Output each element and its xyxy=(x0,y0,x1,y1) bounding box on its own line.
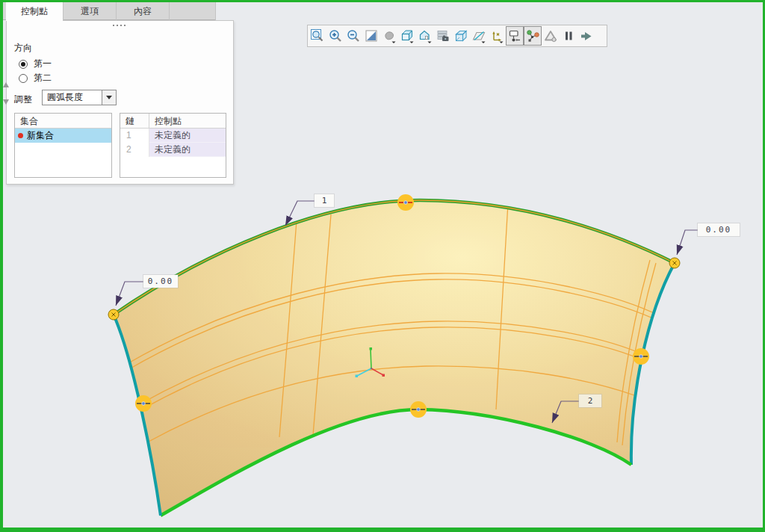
radio-second-direction-label: 第二 xyxy=(34,72,52,84)
refit-button[interactable] xyxy=(309,26,326,46)
display-style-icon xyxy=(400,28,415,44)
display-style-button[interactable] xyxy=(398,26,416,46)
app-window: 1 0.00 0.00 2 控制點 選項 內容 方向 第一 第二 調整 圓弧長度… xyxy=(0,0,765,532)
adjust-combobox[interactable]: 圓弧長度 xyxy=(42,90,117,105)
analysis-button[interactable] xyxy=(542,26,560,46)
analysis-icon xyxy=(543,28,558,43)
wireframe-display-icon xyxy=(453,28,468,43)
panel-scroll-down-arrow[interactable] xyxy=(3,99,9,105)
chain-row-1-num: 1 xyxy=(120,129,149,143)
annotation-display-button[interactable] xyxy=(506,26,524,46)
ribbon-tabstrip: 控制點 選項 內容 xyxy=(3,2,216,20)
chain-row-2[interactable]: 2 未定義的 xyxy=(120,143,226,157)
panel-scroll-up-arrow[interactable] xyxy=(3,82,9,87)
axis-display-button[interactable] xyxy=(488,26,506,46)
tab-properties[interactable]: 內容 xyxy=(117,2,170,20)
tabstrip-filler xyxy=(170,2,216,20)
view-manager-button[interactable] xyxy=(434,26,452,46)
surface[interactable] xyxy=(114,200,675,516)
chain-row-1-value[interactable]: 未定義的 xyxy=(149,129,226,143)
control-point-corner-right[interactable] xyxy=(669,258,680,268)
chain-row-2-num: 2 xyxy=(120,143,149,157)
radio-first-direction-label: 第一 xyxy=(34,58,52,70)
drag-handle-dots[interactable] xyxy=(113,25,126,26)
sets-table-header: 集合 xyxy=(15,114,111,129)
wireframe-display-button[interactable] xyxy=(452,26,470,46)
control-points-panel: 方向 第一 第二 調整 圓弧長度 集合 新集合 鏈 xyxy=(6,20,234,185)
saved-orientations-icon xyxy=(418,28,433,44)
control-point-corner-left[interactable] xyxy=(108,309,119,320)
set-row-new-set[interactable]: 新集合 xyxy=(15,129,111,143)
repaint-button[interactable] xyxy=(362,26,380,46)
chains-col-chain: 鏈 xyxy=(120,114,149,128)
control-point-right[interactable] xyxy=(633,348,649,365)
chains-table: 鏈 控制點 1 未定義的 2 未定義的 xyxy=(120,113,226,178)
zoom-out-icon xyxy=(346,28,361,43)
3d-dragger-icon xyxy=(525,28,540,43)
tab-options[interactable]: 選項 xyxy=(64,2,117,20)
pause-icon xyxy=(561,28,576,43)
adjust-combobox-value: 圓弧長度 xyxy=(43,91,102,104)
set-row-label: 新集合 xyxy=(27,129,54,142)
tab-control-points[interactable]: 控制點 xyxy=(6,2,64,21)
adjust-combobox-dropdown-button[interactable] xyxy=(102,90,116,105)
chain-row-2-value[interactable]: 未定義的 xyxy=(149,143,226,157)
axis-display-icon xyxy=(489,28,504,44)
plane-display-icon xyxy=(471,28,486,44)
direction-label: 方向 xyxy=(14,42,32,55)
radio-first-direction[interactable] xyxy=(19,60,28,69)
repaint-icon xyxy=(364,28,379,43)
3d-dragger-button[interactable] xyxy=(524,26,542,46)
red-dot-icon xyxy=(18,133,23,138)
zoom-out-button[interactable] xyxy=(344,26,362,46)
chain-index-label-1: 1 xyxy=(315,194,334,207)
resume-icon xyxy=(579,28,594,43)
resume-button[interactable] xyxy=(577,26,595,46)
zoom-in-button[interactable] xyxy=(326,26,344,46)
adjust-label: 調整 xyxy=(14,93,32,106)
dimension-label-right[interactable]: 0.00 xyxy=(698,223,740,236)
annotation-display-icon xyxy=(507,28,522,43)
dimension-label-left[interactable]: 0.00 xyxy=(143,275,178,288)
sets-table: 集合 新集合 xyxy=(14,113,112,178)
chains-col-control-points: 控制點 xyxy=(149,114,226,128)
saved-orientations-button[interactable] xyxy=(416,26,434,46)
plane-display-button[interactable] xyxy=(470,26,488,46)
shading-style-icon xyxy=(382,28,397,44)
control-point-bottom[interactable] xyxy=(410,401,427,418)
pause-button[interactable] xyxy=(560,26,577,46)
radio-second-direction[interactable] xyxy=(19,74,28,83)
graphics-toolbar xyxy=(307,25,607,47)
zoom-in-icon xyxy=(328,28,343,43)
shading-style-button[interactable] xyxy=(380,26,398,46)
chain-index-label-2: 2 xyxy=(579,395,601,407)
chevron-down-icon xyxy=(106,96,112,99)
control-point-top[interactable] xyxy=(397,194,414,211)
view-manager-icon xyxy=(436,28,450,43)
refit-icon xyxy=(310,28,325,43)
control-point-left[interactable] xyxy=(135,395,152,412)
chain-row-1[interactable]: 1 未定義的 xyxy=(120,129,226,143)
